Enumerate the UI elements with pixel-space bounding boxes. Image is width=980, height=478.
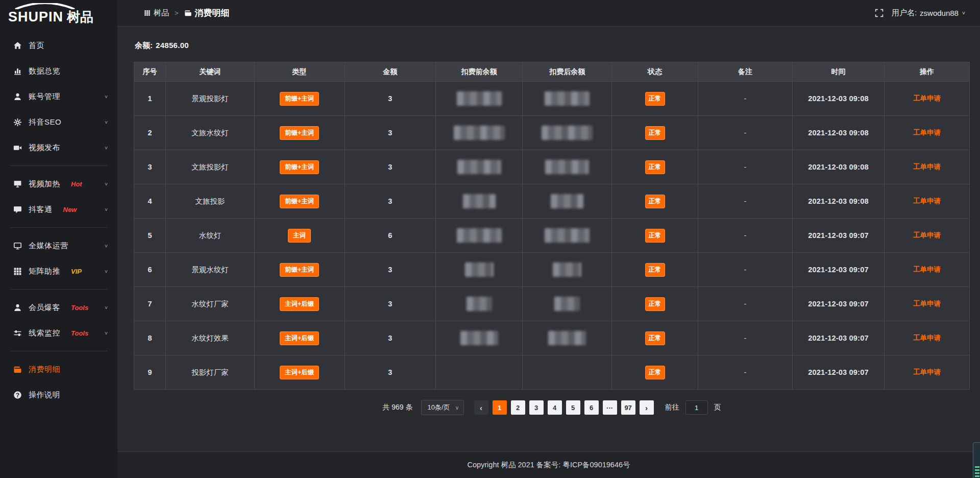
chevron-down-icon: ∨ (104, 305, 108, 310)
index-cell: 3 (134, 150, 166, 184)
chevron-down-icon: ∨ (104, 94, 108, 99)
remark-cell: - (698, 321, 792, 355)
sidebar-item-douketong[interactable]: 抖客通 New ∨ (0, 197, 117, 222)
masked-balance-after (554, 297, 580, 311)
sidebar-item-overview[interactable]: 数据总览 (0, 58, 117, 84)
ticket-apply-link[interactable]: 工单申请 (913, 300, 941, 307)
ticket-apply-link[interactable]: 工单申请 (913, 231, 941, 239)
sidebar-item-help[interactable]: 操作说明 (0, 382, 117, 408)
footer: Copyright 树品 2021 备案号: 粤ICP备09019646号 (117, 451, 980, 478)
ticket-apply-link[interactable]: 工单申请 (913, 266, 941, 273)
amount-cell: 3 (345, 116, 435, 150)
page-button[interactable]: 3 (529, 400, 544, 415)
page-button[interactable]: 2 (511, 400, 525, 415)
sidebar-item-clues[interactable]: 线索监控 Tools ∨ (0, 320, 117, 346)
floating-widget[interactable] (973, 442, 980, 478)
amount-cell: 3 (345, 321, 435, 355)
breadcrumb-current: 消费明细 (184, 7, 230, 19)
prev-page-button[interactable]: ‹ (474, 400, 488, 415)
user-icon (13, 92, 22, 101)
amount-cell: 3 (345, 253, 435, 287)
amount-cell: 3 (345, 355, 435, 390)
page-button[interactable]: 1 (493, 400, 507, 415)
time-cell: 2021-12-03 09:07 (792, 253, 884, 287)
sidebar-item-label: 全媒体运营 (29, 241, 68, 251)
page-button[interactable]: 6 (584, 400, 599, 415)
column-header: 扣费后余额 (523, 62, 612, 82)
masked-balance-before (454, 126, 505, 140)
ticket-apply-link[interactable]: 工单申请 (913, 163, 941, 171)
type-badge: 前缀+主词 (280, 126, 319, 140)
ticket-apply-link[interactable]: 工单申请 (913, 334, 941, 342)
index-cell: 5 (134, 219, 166, 253)
table-row: 2 文旅水纹灯 前缀+主词 3 正常 - 2021-12-03 09:08 工单… (134, 116, 970, 150)
status-badge: 正常 (645, 195, 665, 208)
remark-cell: - (698, 116, 792, 150)
time-cell: 2021-12-03 09:07 (792, 219, 884, 253)
balance-before-cell (435, 116, 522, 150)
remark-cell: - (698, 150, 792, 184)
page-title: 消费明细 (195, 7, 230, 19)
home-icon (13, 41, 22, 50)
action-cell: 工单申请 (884, 253, 969, 287)
ticket-apply-link[interactable]: 工单申请 (913, 197, 941, 205)
fullscreen-icon[interactable] (875, 9, 884, 17)
sidebar-item-heat[interactable]: 视频加热 Hot ∨ (0, 171, 117, 197)
ticket-apply-link[interactable]: 工单申请 (913, 94, 941, 102)
column-header: 操作 (884, 62, 969, 82)
balance-after-cell (523, 355, 612, 390)
sidebar-item-label: 线索监控 (29, 328, 60, 338)
time-cell: 2021-12-03 09:08 (792, 184, 884, 219)
page-button[interactable]: 4 (548, 400, 562, 415)
masked-balance-before (457, 160, 501, 174)
balance-after-cell (523, 82, 612, 116)
user-dropdown[interactable]: 用户名: zswodun88 ∨ (892, 8, 966, 18)
page-button[interactable]: 5 (566, 400, 580, 415)
goto-page-input[interactable] (685, 400, 708, 415)
balance-before-cell (435, 82, 522, 116)
sidebar-item-home[interactable]: 首页 (0, 33, 117, 58)
remark-cell: - (698, 253, 792, 287)
status-cell: 正常 (612, 287, 698, 321)
time-cell: 2021-12-03 09:08 (792, 150, 884, 184)
balance-value: 24856.00 (156, 41, 189, 50)
status-badge: 正常 (645, 331, 665, 345)
app-logo: SHUPIN树品 (0, 0, 117, 33)
screen-icon (13, 180, 22, 188)
action-cell: 工单申请 (884, 82, 969, 116)
topbar: 树品 > 消费明细 用户名: zswodun88 ∨ (117, 0, 980, 27)
status-cell: 正常 (612, 253, 698, 287)
content: 余额:24856.00 序号 关键词 类型 金额 扣费前余额 (117, 41, 980, 415)
status-cell: 正常 (612, 150, 698, 184)
page-button[interactable]: 97 (621, 400, 635, 415)
sidebar-item-media[interactable]: 全媒体运营 ∨ (0, 233, 117, 258)
ticket-apply-link[interactable]: 工单申请 (913, 368, 941, 376)
breadcrumb-root[interactable]: 树品 (144, 8, 169, 18)
masked-balance-before (457, 91, 502, 106)
sidebar-item-seo[interactable]: 抖音SEO ∨ (0, 109, 117, 135)
keyword-cell: 水纹灯厂家 (166, 287, 255, 321)
sidebar-item-publish[interactable]: 视频发布 ∨ (0, 135, 117, 160)
amount-cell: 3 (345, 150, 435, 184)
next-page-button[interactable]: › (640, 400, 654, 415)
masked-balance-after (545, 160, 589, 174)
remark-cell: - (698, 355, 792, 390)
monitor-icon (13, 242, 22, 250)
username-label: 用户名: (892, 8, 917, 18)
sidebar-item-member[interactable]: 会员爆客 Tools ∨ (0, 295, 117, 320)
sidebar-item-label: 抖客通 (29, 205, 53, 214)
type-cell: 主词 (254, 219, 345, 253)
page-button[interactable]: ··· (603, 400, 617, 415)
balance-after-cell (523, 287, 612, 321)
type-cell: 前缀+主词 (254, 82, 345, 116)
sidebar-item-consume[interactable]: 消费明细 (0, 356, 117, 382)
balance-after-cell (523, 219, 612, 253)
sidebar-item-matrix[interactable]: 矩阵助推 VIP ∨ (0, 258, 117, 284)
keyword-cell: 水纹灯 (166, 219, 255, 253)
keyword-cell: 水纹灯效果 (166, 321, 255, 355)
table-body: 1 景观投影灯 前缀+主词 3 正常 - 2021-12-03 09:08 工单… (134, 82, 970, 390)
page-size-select[interactable]: 10条/页 ∨ (421, 400, 464, 415)
sidebar-item-account[interactable]: 账号管理 ∨ (0, 84, 117, 109)
ticket-apply-link[interactable]: 工单申请 (913, 129, 941, 136)
column-header: 扣费前余额 (435, 62, 522, 82)
